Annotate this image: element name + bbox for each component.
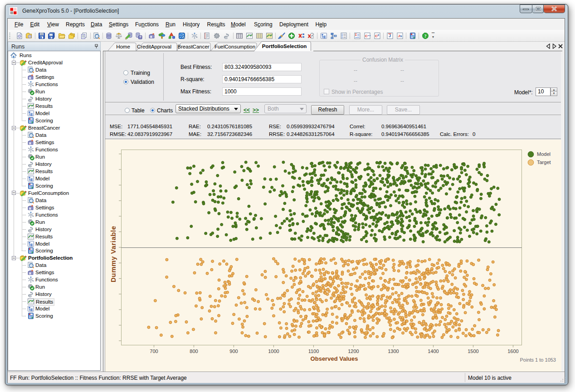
svg-text:800: 800 [190, 348, 198, 354]
svg-text:1500: 1500 [468, 348, 478, 354]
svg-text:1400: 1400 [428, 348, 439, 354]
svg-text:1000: 1000 [268, 348, 279, 354]
svg-text:900: 900 [229, 348, 238, 354]
svg-text:700: 700 [150, 348, 158, 354]
svg-text:1300: 1300 [388, 348, 399, 354]
svg-text:1600: 1600 [507, 348, 518, 354]
svg-text:1100: 1100 [308, 348, 319, 354]
svg-text:1200: 1200 [348, 348, 359, 354]
